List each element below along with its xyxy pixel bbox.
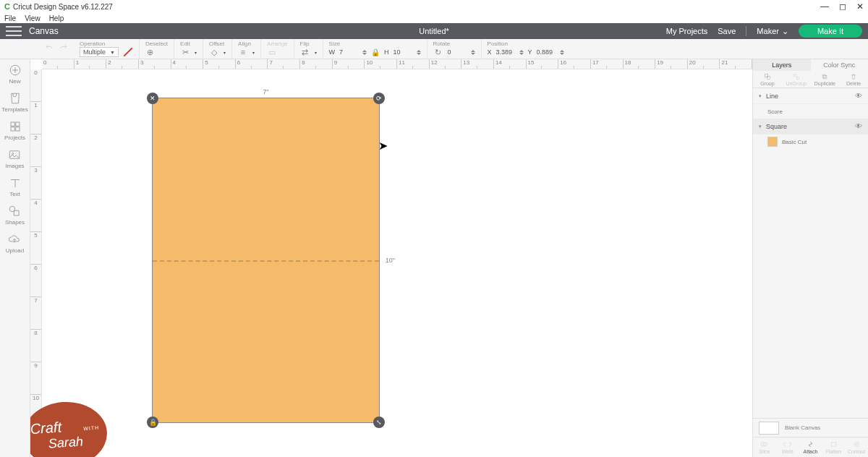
images-tool[interactable]: Images xyxy=(5,148,24,169)
undo-icon[interactable] xyxy=(45,43,54,52)
svg-rect-2 xyxy=(15,122,19,126)
position-label: Position xyxy=(488,40,508,47)
score-line[interactable] xyxy=(153,260,379,262)
svg-rect-9 xyxy=(765,74,768,77)
width-input[interactable] xyxy=(339,48,367,56)
hamburger-icon[interactable] xyxy=(6,26,22,36)
visibility-icon[interactable]: 👁 xyxy=(855,92,862,100)
rotate-input[interactable] xyxy=(448,48,475,56)
delete-handle[interactable]: ✕ xyxy=(147,93,158,104)
text-tool[interactable]: Text xyxy=(9,176,22,197)
svg-rect-4 xyxy=(15,127,19,131)
delete-button[interactable]: Delete xyxy=(839,71,868,87)
edit-icon[interactable]: ✂ xyxy=(180,47,190,57)
height-dim-label: 10" xyxy=(386,257,395,264)
new-tool[interactable]: New xyxy=(9,64,22,85)
svg-rect-3 xyxy=(11,127,14,131)
ruler-tick: 6 xyxy=(236,59,268,69)
flip-label: Flip xyxy=(300,40,310,47)
tab-color-sync[interactable]: Color Sync xyxy=(811,59,869,71)
group-button[interactable]: Group xyxy=(753,71,782,87)
layer-square-sub[interactable]: Basic Cut xyxy=(753,134,868,149)
operation-dropdown[interactable]: Multiple ▼ xyxy=(80,47,119,57)
canvas-mode-label[interactable]: Canvas xyxy=(29,26,59,36)
layer-square[interactable]: ▾ Square 👁 xyxy=(753,119,868,134)
ruler-tick: 9 xyxy=(333,59,365,69)
rotate-handle[interactable]: ⟳ xyxy=(373,93,385,104)
edit-toolbar: Operation Multiple ▼ Deselect ⊕ Edit ✂▾ … xyxy=(0,39,868,59)
svg-point-18 xyxy=(854,442,859,446)
align-label: Align xyxy=(238,40,251,47)
ruler-tick: 10 xyxy=(365,59,397,69)
close-button[interactable]: ✕ xyxy=(856,1,864,12)
ruler-tick: 5 xyxy=(203,59,236,69)
ruler-tick: 8 xyxy=(300,59,333,69)
ruler-tick: 7 xyxy=(30,297,41,330)
templates-tool[interactable]: Templates xyxy=(1,92,27,113)
save-button[interactable]: Save xyxy=(718,27,736,35)
ruler-tick: 16 xyxy=(558,59,591,69)
ruler-tick: 1 xyxy=(75,59,107,69)
align-icon[interactable]: ≡ xyxy=(238,47,248,57)
ruler-tick: 8 xyxy=(30,330,41,362)
shapes-tool[interactable]: Shapes xyxy=(5,205,25,226)
chevron-down-icon: ⌄ xyxy=(782,27,788,36)
offset-icon[interactable]: ◇ xyxy=(209,47,219,57)
lock-handle[interactable]: 🔒 xyxy=(147,417,158,428)
canvas-surface[interactable]: ✕ ⟳ 🔒 ⤡ 7" 10" ➤ xyxy=(42,69,752,457)
blank-canvas-row[interactable]: Blank Canvas xyxy=(753,418,868,437)
ruler-tick: 11 xyxy=(397,59,430,69)
height-input[interactable] xyxy=(393,48,421,56)
ungroup-button: UnGroup xyxy=(782,71,811,87)
arrange-label: Arrange xyxy=(267,40,287,47)
square-shape[interactable]: ✕ ⟳ 🔒 ⤡ 7" 10" xyxy=(152,98,380,423)
right-panel: Layers Color Sync Group UnGroup Duplicat… xyxy=(752,59,868,457)
svg-rect-1 xyxy=(11,122,14,126)
slice-button: Slice xyxy=(753,437,776,457)
attach-button[interactable]: Attach xyxy=(799,437,822,457)
menu-view[interactable]: View xyxy=(25,14,41,22)
tab-layers[interactable]: Layers xyxy=(753,59,811,71)
y-input[interactable] xyxy=(537,48,564,56)
svg-rect-11 xyxy=(793,74,796,76)
visibility-icon[interactable]: 👁 xyxy=(855,122,862,130)
canvas-area[interactable]: 0123456789101112131415161718192021 01234… xyxy=(30,59,752,457)
ruler-tick: 19 xyxy=(655,59,688,69)
layers-list: ▾ Line 👁 Score ▾ Square 👁 Basic Cut xyxy=(753,88,868,418)
make-it-button[interactable]: Make It xyxy=(799,25,862,38)
canvas-color-swatch[interactable] xyxy=(759,422,779,435)
x-input[interactable] xyxy=(496,48,524,56)
lock-icon[interactable]: 🔒 xyxy=(371,48,380,56)
menu-file[interactable]: File xyxy=(4,14,16,22)
layer-line-sub[interactable]: Score xyxy=(753,104,868,119)
upload-tool[interactable]: Upload xyxy=(6,233,24,254)
divider xyxy=(746,26,746,36)
deselect-icon[interactable]: ⊕ xyxy=(145,47,156,57)
svg-rect-12 xyxy=(796,77,799,79)
ruler-tick: 2 xyxy=(106,59,139,69)
resize-handle[interactable]: ⤡ xyxy=(373,417,385,428)
rotate-label: Rotate xyxy=(433,40,451,47)
my-projects-link[interactable]: My Projects xyxy=(666,27,707,35)
redo-icon[interactable] xyxy=(59,43,68,52)
ruler-tick: 15 xyxy=(527,59,559,69)
window-titlebar: C Cricut Design Space v6.12.227 — ◻ ✕ xyxy=(0,0,868,13)
maximize-button[interactable]: ◻ xyxy=(839,1,846,12)
contour-button: Contour xyxy=(845,437,868,457)
rotate-icon: ↻ xyxy=(433,47,443,57)
ruler-tick: 17 xyxy=(591,59,624,69)
duplicate-button[interactable]: Duplicate xyxy=(811,71,840,87)
vertical-ruler: 01234567891011 xyxy=(30,69,42,457)
left-sidebar: New Templates Projects Images Text Shape… xyxy=(0,59,30,457)
svg-point-19 xyxy=(856,443,858,445)
flip-icon[interactable]: ⇄ xyxy=(300,47,310,57)
arrange-icon: ▭ xyxy=(267,47,277,57)
svg-rect-8 xyxy=(14,210,20,215)
projects-tool[interactable]: Projects xyxy=(4,120,25,141)
cut-color-swatch[interactable] xyxy=(123,47,133,57)
machine-select[interactable]: Maker ⌄ xyxy=(757,27,788,36)
menu-help[interactable]: Help xyxy=(49,14,64,22)
minimize-button[interactable]: — xyxy=(820,1,829,12)
layer-line[interactable]: ▾ Line 👁 xyxy=(753,88,868,104)
flatten-button: Flatten xyxy=(822,437,845,457)
